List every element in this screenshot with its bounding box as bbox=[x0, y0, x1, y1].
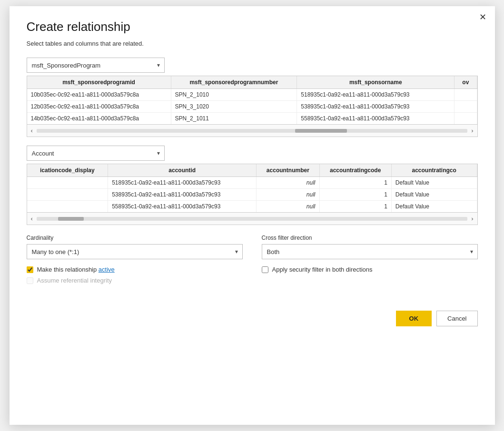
table2-r2c1 bbox=[27, 189, 108, 201]
table-row: 12b035ec-0c92-ea11-a811-000d3a579c8a SPN… bbox=[27, 101, 477, 113]
referential-row: Assume referential integrity bbox=[27, 277, 243, 284]
table2-col2-header: accountid bbox=[108, 164, 257, 177]
table1-col1-header: msft_sponsoredprogramid bbox=[27, 76, 171, 89]
table2-col4-header: accountratingcode bbox=[319, 164, 391, 177]
ok-button[interactable]: OK bbox=[396, 311, 432, 326]
table1-scroll-track[interactable] bbox=[37, 129, 467, 133]
table1-col2-header: msft_sponsoredprogramnumber bbox=[171, 76, 297, 89]
table2-r3c5: Default Value bbox=[391, 201, 477, 213]
crossfilter-dropdown[interactable]: Both Single bbox=[262, 244, 478, 259]
referential-checkbox[interactable] bbox=[27, 277, 33, 284]
table2-r1c2: 518935c1-0a92-ea11-a811-000d3a579c93 bbox=[108, 177, 257, 189]
referential-label: Assume referential integrity bbox=[37, 277, 112, 284]
table2-scrollbar: ‹ › bbox=[27, 212, 477, 225]
cardinality-dropdown-wrapper: Many to one (*:1) One to many (1:*) One … bbox=[27, 244, 243, 259]
cardinality-dropdown[interactable]: Many to one (*:1) One to many (1:*) One … bbox=[27, 244, 243, 259]
table2-col1-header: icationcode_display bbox=[27, 164, 108, 177]
table2-r2c3: null bbox=[257, 189, 319, 201]
table1-r1c3: 518935c1-0a92-ea11-a811-000d3a579c93 bbox=[297, 89, 455, 101]
table1-scroll-right[interactable]: › bbox=[469, 127, 475, 134]
table1-r3c1: 14b035ec-0c92-ea11-a811-000d3a579c8a bbox=[27, 113, 171, 125]
table1: msft_sponsoredprogramid msft_sponsoredpr… bbox=[27, 76, 477, 124]
table-row: 10b035ec-0c92-ea11-a811-000d3a579c8a SPN… bbox=[27, 89, 477, 101]
dialog-title: Create relationship bbox=[27, 20, 478, 34]
security-filter-label: Apply security filter in both directions bbox=[272, 266, 373, 273]
table1-col3-header: msft_sponsorname bbox=[297, 76, 455, 89]
bottom-section: Cardinality Many to one (*:1) One to man… bbox=[27, 235, 478, 288]
create-relationship-dialog: ✕ Create relationship Select tables and … bbox=[10, 6, 495, 425]
make-active-row: Make this relationship active bbox=[27, 266, 243, 273]
table1-scroll-left[interactable]: ‹ bbox=[29, 127, 35, 134]
table1-r3c3: 558935c1-0a92-ea11-a811-000d3a579c93 bbox=[297, 113, 455, 125]
table2-scroll-right[interactable]: › bbox=[469, 215, 475, 222]
table2-r2c5: Default Value bbox=[391, 189, 477, 201]
active-link[interactable]: active bbox=[99, 266, 115, 273]
table1-r2c4 bbox=[455, 101, 477, 113]
table2-r1c3: null bbox=[257, 177, 319, 189]
make-active-checkbox[interactable] bbox=[27, 266, 33, 273]
table2-dropdown[interactable]: Account bbox=[27, 146, 165, 161]
table2-r2c2: 538935c1-0a92-ea11-a811-000d3a579c93 bbox=[108, 189, 257, 201]
table2-r1c4: 1 bbox=[319, 177, 391, 189]
table1-dropdown-wrapper: msft_SponsoredProgram bbox=[27, 58, 165, 73]
table1-r2c2: SPN_3_1020 bbox=[171, 101, 297, 113]
table2-r3c2: 558935c1-0a92-ea11-a811-000d3a579c93 bbox=[108, 201, 257, 213]
table1-r1c4 bbox=[455, 89, 477, 101]
make-active-label: Make this relationship active bbox=[37, 266, 115, 273]
table-row: 14b035ec-0c92-ea11-a811-000d3a579c8a SPN… bbox=[27, 113, 477, 125]
table2-col3-header: accountnumber bbox=[257, 164, 319, 177]
table1-col4-header: ov bbox=[455, 76, 477, 89]
close-button[interactable]: ✕ bbox=[479, 13, 486, 21]
table1-r1c2: SPN_2_1010 bbox=[171, 89, 297, 101]
security-filter-row: Apply security filter in both directions bbox=[262, 266, 478, 273]
table2-r1c5: Default Value bbox=[391, 177, 477, 189]
table1-dropdown[interactable]: msft_SponsoredProgram bbox=[27, 58, 165, 73]
table-row: 518935c1-0a92-ea11-a811-000d3a579c93 nul… bbox=[27, 177, 477, 189]
cardinality-section: Cardinality Many to one (*:1) One to man… bbox=[27, 235, 243, 288]
table2: icationcode_display accountid accountnum… bbox=[27, 164, 477, 212]
table1-r1c1: 10b035ec-0c92-ea11-a811-000d3a579c8a bbox=[27, 89, 171, 101]
table2-r1c1 bbox=[27, 177, 108, 189]
table1-r2c3: 538935c1-0a92-ea11-a811-000d3a579c93 bbox=[297, 101, 455, 113]
table1-scrollbar: ‹ › bbox=[27, 124, 477, 137]
crossfilter-section: Cross filter direction Both Single Apply… bbox=[262, 235, 478, 288]
dialog-subtitle: Select tables and columns that are relat… bbox=[27, 40, 478, 47]
cancel-button[interactable]: Cancel bbox=[436, 311, 477, 326]
table2-col5-header: accountratingco bbox=[391, 164, 477, 177]
crossfilter-dropdown-wrapper: Both Single bbox=[262, 244, 478, 259]
crossfilter-label: Cross filter direction bbox=[262, 235, 478, 241]
table1-scroll-thumb bbox=[295, 129, 347, 133]
footer-buttons: OK Cancel bbox=[27, 311, 478, 326]
table2-r3c4: 1 bbox=[319, 201, 391, 213]
cardinality-label: Cardinality bbox=[27, 235, 243, 241]
table-row: 558935c1-0a92-ea11-a811-000d3a579c93 nul… bbox=[27, 201, 477, 213]
table2-dropdown-wrapper: Account bbox=[27, 146, 165, 161]
table1-container: msft_sponsoredprogramid msft_sponsoredpr… bbox=[27, 76, 478, 137]
security-filter-checkbox[interactable] bbox=[262, 266, 268, 273]
table2-scroll-thumb bbox=[58, 217, 84, 221]
table2-r2c4: 1 bbox=[319, 189, 391, 201]
table1-r3c2: SPN_2_1011 bbox=[171, 113, 297, 125]
table2-r3c1 bbox=[27, 201, 108, 213]
table2-scroll-track[interactable] bbox=[37, 217, 467, 221]
table-row: 538935c1-0a92-ea11-a811-000d3a579c93 nul… bbox=[27, 189, 477, 201]
table2-scroll-left[interactable]: ‹ bbox=[29, 215, 35, 222]
table1-r3c4 bbox=[455, 113, 477, 125]
table1-r2c1: 12b035ec-0c92-ea11-a811-000d3a579c8a bbox=[27, 101, 171, 113]
table2-r3c3: null bbox=[257, 201, 319, 213]
table2-container: icationcode_display accountid accountnum… bbox=[27, 164, 478, 225]
